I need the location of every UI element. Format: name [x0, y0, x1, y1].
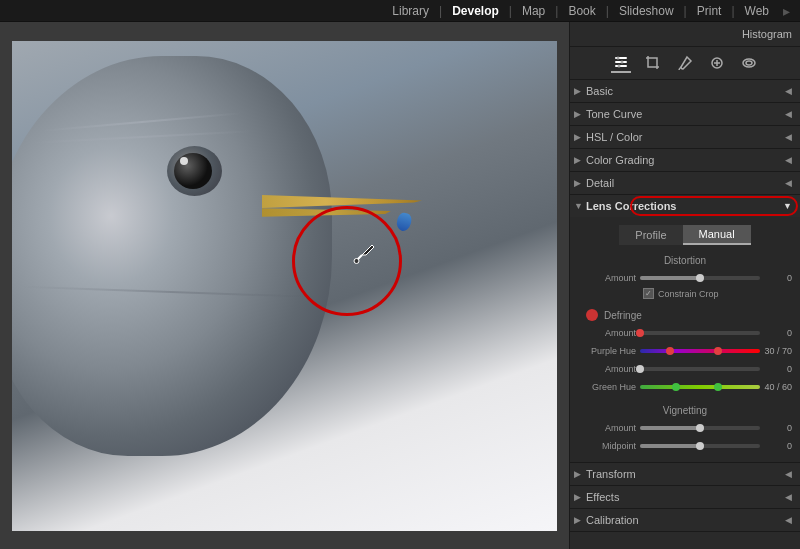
defringe-amount-slider[interactable] — [640, 331, 760, 335]
radial-filter-icon[interactable] — [739, 53, 759, 73]
detail-title: Detail — [586, 177, 614, 189]
distortion-section: Distortion Amount 0 ✓ — [570, 249, 800, 303]
photo-container — [12, 41, 557, 531]
lens-corrections-content: Profile Manual Distortion Amount 0 — [570, 217, 800, 462]
defringe-green-hue-label: Green Hue — [578, 382, 636, 392]
defringe-header: Defringe — [578, 305, 792, 323]
panel-lens-corrections-header[interactable]: ▼ Lens Corrections ▼ — [570, 195, 800, 217]
color-grading-arrow: ◀ — [785, 155, 792, 165]
vignetting-amount-label: Amount — [578, 423, 636, 433]
panel-color-grading-header[interactable]: ▶ Color Grading ◀ — [570, 149, 800, 171]
transform-title: Transform — [586, 468, 636, 480]
detail-arrow: ◀ — [785, 178, 792, 188]
defringe-amount2-label: Amount — [578, 364, 636, 374]
svg-rect-3 — [615, 65, 627, 67]
calibration-header-left: ▶ Calibration — [574, 514, 639, 526]
menu-more-icon[interactable]: ▸ — [783, 3, 790, 19]
menu-web[interactable]: Web — [737, 2, 777, 20]
sep1: | — [439, 4, 442, 18]
vignetting-midpoint-row: Midpoint 0 — [578, 438, 792, 454]
transform-header-left: ▶ Transform — [574, 468, 636, 480]
effects-arrow: ◀ — [785, 492, 792, 502]
photo-bg-light — [307, 181, 557, 531]
tone-curve-title: Tone Curve — [586, 108, 642, 120]
brush-icon[interactable] — [675, 53, 695, 73]
defringe-amount-label: Amount — [578, 328, 636, 338]
basic-toggle: ▶ — [574, 86, 582, 96]
defringe-amount2-value: 0 — [764, 364, 792, 374]
defringe-green-hue-row: Green Hue 40 / 60 — [578, 379, 792, 395]
transform-arrow: ◀ — [785, 469, 792, 479]
distortion-amount-thumb — [696, 274, 704, 282]
distortion-amount-slider[interactable] — [640, 276, 760, 280]
panel-calibration-header[interactable]: ▶ Calibration ◀ — [570, 509, 800, 531]
vignetting-amount-fill — [640, 426, 700, 430]
distortion-amount-fill — [640, 276, 700, 280]
vignetting-midpoint-label: Midpoint — [578, 441, 636, 451]
panel-transform: ▶ Transform ◀ — [570, 463, 800, 486]
vignetting-amount-slider[interactable] — [640, 426, 760, 430]
constrain-crop-row: ✓ Constrain Crop — [643, 288, 792, 299]
menu-library[interactable]: Library — [384, 2, 437, 20]
crop-icon[interactable] — [643, 53, 663, 73]
basic-arrow: ◀ — [785, 86, 792, 96]
sep3: | — [555, 4, 558, 18]
sep6: | — [731, 4, 734, 18]
panel-detail: ▶ Detail ◀ — [570, 172, 800, 195]
panel-transform-header[interactable]: ▶ Transform ◀ — [570, 463, 800, 485]
menu-print[interactable]: Print — [689, 2, 730, 20]
menu-map[interactable]: Map — [514, 2, 553, 20]
transform-toggle: ▶ — [574, 469, 582, 479]
tab-profile[interactable]: Profile — [619, 225, 682, 245]
tool-icons-row — [570, 47, 800, 80]
sep5: | — [684, 4, 687, 18]
constrain-crop-check: ✓ — [645, 289, 652, 298]
vignetting-midpoint-value: 0 — [764, 441, 792, 451]
vignetting-title: Vignetting — [578, 401, 792, 418]
defringe-indicator — [586, 309, 598, 321]
panel-tone-curve: ▶ Tone Curve ◀ — [570, 103, 800, 126]
svg-point-8 — [743, 59, 755, 67]
panel-hsl-header[interactable]: ▶ HSL / Color ◀ — [570, 126, 800, 148]
tab-manual[interactable]: Manual — [683, 225, 751, 245]
panel-basic: ▶ Basic ◀ — [570, 80, 800, 103]
menu-develop[interactable]: Develop — [444, 2, 507, 20]
defringe-green-hue-thumb-right — [714, 383, 722, 391]
vignetting-midpoint-fill — [640, 444, 700, 448]
menu-bar: Library | Develop | Map | Book | Slidesh… — [0, 0, 800, 22]
effects-toggle: ▶ — [574, 492, 582, 502]
defringe-green-hue-slider[interactable] — [640, 385, 760, 389]
tone-curve-arrow: ◀ — [785, 109, 792, 119]
panel-tone-curve-header[interactable]: ▶ Tone Curve ◀ — [570, 103, 800, 125]
vignetting-midpoint-slider[interactable] — [640, 444, 760, 448]
hsl-arrow: ◀ — [785, 132, 792, 142]
menu-book[interactable]: Book — [560, 2, 603, 20]
lens-corrections-header-left: ▼ Lens Corrections — [574, 200, 676, 212]
bird-eye-highlight — [180, 157, 188, 165]
defringe-amount2-slider[interactable] — [640, 367, 760, 371]
menu-slideshow[interactable]: Slideshow — [611, 2, 682, 20]
constrain-crop-checkbox[interactable]: ✓ — [643, 288, 654, 299]
defringe-purple-hue-slider[interactable] — [640, 349, 760, 353]
panel-detail-header[interactable]: ▶ Detail ◀ — [570, 172, 800, 194]
detail-toggle: ▶ — [574, 178, 582, 188]
calibration-toggle: ▶ — [574, 515, 582, 525]
defringe-title: Defringe — [604, 310, 642, 321]
panel-effects-header[interactable]: ▶ Effects ◀ — [570, 486, 800, 508]
healing-icon[interactable] — [707, 53, 727, 73]
defringe-green-hue-value: 40 / 60 — [764, 382, 792, 392]
basic-header-left: ▶ Basic — [574, 85, 613, 97]
effects-header-left: ▶ Effects — [574, 491, 619, 503]
main-content: Histogram — [0, 22, 800, 549]
panel-basic-header[interactable]: ▶ Basic ◀ — [570, 80, 800, 102]
lens-corrections-title: Lens Corrections — [586, 200, 676, 212]
svg-point-5 — [621, 61, 624, 64]
calibration-title: Calibration — [586, 514, 639, 526]
right-panel: Histogram — [569, 22, 800, 549]
basic-title: Basic — [586, 85, 613, 97]
distortion-amount-value: 0 — [764, 273, 792, 283]
develop-presets-icon[interactable] — [611, 53, 631, 73]
defringe-purple-hue-row: Purple Hue 30 / 70 — [578, 343, 792, 359]
defringe-amount-thumb — [636, 329, 644, 337]
distortion-title: Distortion — [578, 251, 792, 268]
